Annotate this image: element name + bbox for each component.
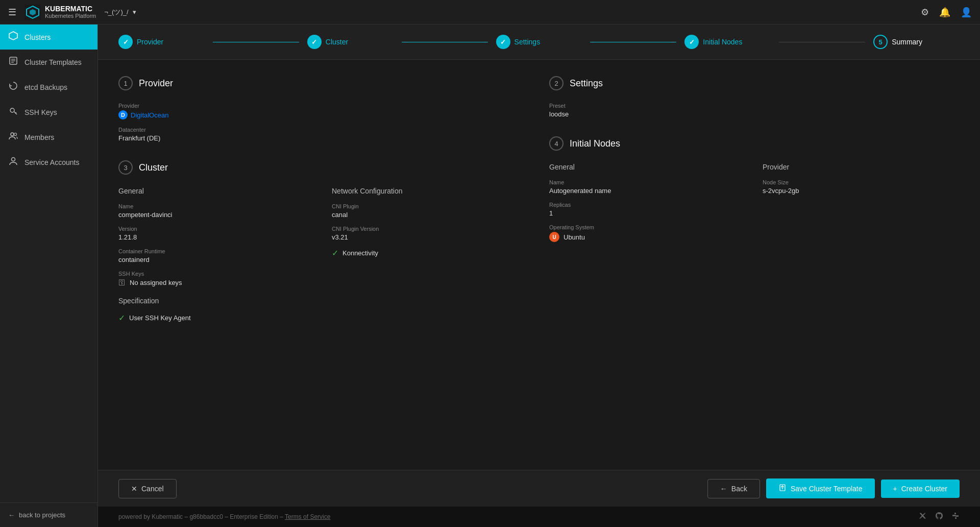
- ssh-keys-row: SSH Keys ⚿ No assigned keys: [118, 271, 315, 286]
- slack-icon[interactable]: [951, 512, 960, 522]
- initial-nodes-section-title: 4 Initial Nodes: [549, 136, 960, 151]
- back-to-projects[interactable]: ← back to projects: [8, 511, 89, 519]
- sidebar-item-members[interactable]: Members: [0, 125, 97, 150]
- members-icon: [8, 131, 18, 143]
- step-settings[interactable]: ✓ Settings: [496, 35, 582, 49]
- cluster-version-value: 1.21.8: [118, 233, 315, 241]
- provider-section-num: 1: [118, 76, 133, 90]
- step-cluster-label: Cluster: [326, 38, 348, 46]
- step-provider-label: Provider: [137, 38, 163, 46]
- step-initial-nodes[interactable]: ✓ Initial Nodes: [684, 35, 771, 49]
- sidebar-item-clusters[interactable]: Clusters: [0, 25, 97, 50]
- node-replicas-value: 1: [549, 209, 746, 217]
- step-settings-circle: ✓: [496, 35, 510, 49]
- cni-version-value: v3.21: [332, 233, 529, 241]
- node-name-label: Name: [549, 179, 746, 185]
- left-column: 1 Provider Provider D DigitalOcean: [118, 76, 529, 323]
- network-config-title: Network Configuration: [332, 187, 529, 195]
- provider-name: DigitalOcean: [131, 111, 168, 119]
- node-name-row: Name Autogenerated name: [549, 179, 746, 195]
- service-accounts-icon: [8, 156, 18, 169]
- settings-section-num: 2: [549, 76, 564, 90]
- cluster-section: 3 Cluster General Name competent-davinci: [118, 160, 529, 323]
- initial-nodes-grid: General Name Autogenerated name Replicas…: [549, 163, 960, 249]
- project-selector[interactable]: ¬_(ツ)_/ ▾: [104, 8, 136, 17]
- clusters-label: Clusters: [24, 33, 51, 41]
- back-button[interactable]: ← Back: [707, 479, 760, 498]
- brand-subtitle: Kubernetes Platform: [45, 13, 96, 19]
- notifications-icon[interactable]: 🔔: [939, 7, 950, 18]
- bottom-bar: powered by Kubermatic – g86bbadcc0 – Ent…: [98, 507, 980, 527]
- step-line-2: [402, 42, 488, 42]
- initial-nodes-section-num: 4: [549, 136, 564, 151]
- brand-name: KUBERMATIC: [45, 5, 96, 13]
- settings-section-title: 2 Settings: [549, 76, 960, 90]
- create-cluster-icon: +: [893, 485, 897, 493]
- cluster-name-value: competent-davinci: [118, 211, 315, 219]
- svg-point-11: [11, 133, 14, 136]
- sidebar-item-etcd-backups[interactable]: etcd Backups: [0, 75, 97, 100]
- svg-rect-21: [955, 515, 957, 517]
- konnectivity-item: ✓ Konnectivity: [332, 248, 529, 258]
- step-line-3: [590, 42, 676, 42]
- cluster-runtime-value: containerd: [118, 256, 315, 264]
- bottom-bar-icons: [919, 512, 960, 522]
- initial-nodes-section-name: Initial Nodes: [570, 138, 620, 149]
- dropdown-arrow-icon[interactable]: ▾: [133, 8, 136, 16]
- cni-plugin-label: CNI Plugin: [332, 203, 529, 209]
- sidebar-bottom: ← back to projects: [0, 502, 97, 527]
- project-label: ¬_(ツ)_/: [104, 8, 128, 17]
- key-icon: ⚿: [118, 278, 126, 286]
- github-icon[interactable]: [935, 512, 943, 522]
- cluster-version-row: Version 1.21.8: [118, 226, 315, 241]
- svg-rect-20: [954, 515, 955, 516]
- cluster-templates-icon: [8, 56, 18, 68]
- save-cluster-template-button[interactable]: Save Cluster Template: [766, 478, 875, 498]
- service-accounts-label: Service Accounts: [24, 158, 79, 166]
- menu-icon[interactable]: ☰: [8, 7, 16, 18]
- svg-point-8: [10, 108, 14, 112]
- step-summary-label: Summary: [892, 38, 922, 46]
- stepper: ✓ Provider ✓ Cluster ✓ Settings ✓ Initia…: [98, 25, 980, 60]
- user-ssh-agent-label: User SSH Key Agent: [129, 314, 191, 322]
- cluster-templates-label: Cluster Templates: [24, 58, 82, 66]
- twitter-icon[interactable]: [919, 512, 927, 522]
- step-summary[interactable]: 5 Summary: [873, 35, 960, 49]
- datacenter-info-row: Datacenter Frankfurt (DE): [118, 127, 529, 142]
- svg-rect-19: [955, 517, 957, 519]
- right-column: 2 Settings Preset loodse 4 Initial Nodes: [549, 76, 960, 323]
- settings-icon[interactable]: ⚙: [921, 7, 929, 18]
- edition-text: Enterprise Edition: [230, 513, 278, 520]
- create-cluster-button[interactable]: + Create Cluster: [881, 480, 960, 498]
- cluster-general: General Name competent-davinci Version 1…: [118, 187, 315, 323]
- nodes-provider-title: Provider: [763, 163, 960, 171]
- cluster-section-name: Cluster: [139, 162, 168, 173]
- konnectivity-check-icon: ✓: [332, 248, 338, 258]
- create-cluster-label: Create Cluster: [901, 485, 947, 493]
- sidebar-item-ssh-keys[interactable]: SSH Keys: [0, 100, 97, 125]
- step-cluster[interactable]: ✓ Cluster: [307, 35, 394, 49]
- cluster-version-label: Version: [118, 226, 315, 232]
- step-line-4: [779, 42, 865, 42]
- user-icon[interactable]: 👤: [961, 7, 972, 18]
- ssh-keys-text: No assigned keys: [130, 279, 182, 286]
- footer-bar: ✕ Cancel ← Back Save Cluster Template +: [98, 470, 980, 507]
- terms-link[interactable]: Terms of Service: [285, 513, 330, 520]
- node-os-value: U Ubuntu: [549, 232, 746, 242]
- cancel-button[interactable]: ✕ Cancel: [118, 479, 177, 498]
- brand-text: KUBERMATIC Kubernetes Platform: [45, 5, 96, 20]
- cancel-label: Cancel: [141, 485, 164, 493]
- specification-subsection: Specification ✓ User SSH Key Agent: [118, 297, 315, 323]
- settings-section-name: Settings: [570, 78, 603, 89]
- etcd-backups-icon: [8, 81, 18, 93]
- datacenter-value: Frankfurt (DE): [118, 134, 529, 142]
- node-os-row: Operating System U Ubuntu: [549, 224, 746, 242]
- svg-point-12: [14, 133, 17, 136]
- sidebar-item-cluster-templates[interactable]: Cluster Templates: [0, 50, 97, 75]
- step-provider[interactable]: ✓ Provider: [118, 35, 205, 49]
- save-template-label: Save Cluster Template: [791, 485, 863, 493]
- preset-value: loodse: [549, 110, 960, 118]
- preset-label: Preset: [549, 103, 960, 109]
- sidebar-item-service-accounts[interactable]: Service Accounts: [0, 150, 97, 175]
- preset-row: Preset loodse: [549, 103, 960, 118]
